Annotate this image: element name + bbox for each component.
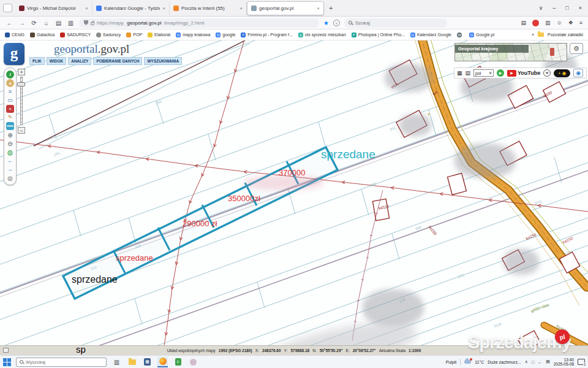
cadastral-map[interactable]: 291 293 310 319 368 278 271 369 3118 301… [0, 40, 588, 345]
sidebar-icon[interactable]: ▥ [545, 20, 551, 26]
clock[interactable]: 13:40 2025-05-08 [554, 358, 574, 367]
task-view-icon[interactable]: ▥ [111, 357, 122, 367]
url-bar[interactable]: https://mapy.geoportal.gov.pl/imap/Imgp_… [79, 18, 319, 28]
bookmark-photopea[interactable]: PPhotopea | Online Pho... [352, 33, 405, 37]
youtube-link[interactable]: ▶ YouTube [507, 70, 540, 77]
firefox-taskbar-icon[interactable] [157, 357, 168, 367]
locate-tool[interactable]: ◎ [6, 174, 14, 182]
spreadsheet-icon[interactable]: ≡ [173, 357, 183, 367]
minimize-button[interactable]: – [552, 5, 556, 11]
zoom-slider-plus[interactable]: + [18, 69, 25, 75]
list-tabs-icon[interactable]: ∨ [539, 5, 543, 11]
bookmark-wordpress[interactable]: W [457, 33, 464, 37]
bookmark-google[interactable]: Ggoogle [216, 33, 235, 37]
forward-button[interactable]: → [18, 20, 26, 26]
reload-button[interactable]: ⟳ [30, 20, 38, 26]
notification-center-icon[interactable]: 2 [578, 359, 585, 365]
tray-expand-icon[interactable]: ∧ [525, 359, 528, 364]
file-explorer-icon[interactable] [127, 357, 137, 367]
wcag-eye-button[interactable]: ◉ [573, 69, 583, 77]
accessibility-icon[interactable]: ▶ [497, 69, 504, 77]
temperature-label[interactable]: 11°C [475, 360, 484, 364]
bookmark-olx[interactable]: oolx sprzedz mieszkan [298, 33, 346, 37]
desktop-label[interactable]: Pulpit [446, 360, 457, 364]
full-extent-tool[interactable]: ◍ [6, 148, 14, 156]
tab-mail[interactable]: Poczta w Interii (55) × [170, 2, 247, 15]
firefox-view-icon[interactable] [3, 4, 12, 12]
zoom-slider[interactable]: + – [17, 69, 26, 134]
bookmark-mapy-krakowa[interactable]: Gmapy krakowa [176, 33, 210, 37]
menu-wyszukiwania[interactable]: WYSZUKIWANIA [144, 57, 182, 65]
account-icon[interactable]: ☺ [556, 20, 562, 26]
basemap-widget-icon[interactable]: ▤ [466, 70, 471, 76]
other-bookmarks-label[interactable]: Pozostałe zakładki [548, 33, 583, 37]
close-tab-icon[interactable]: × [162, 6, 165, 11]
shield-icon[interactable] [84, 20, 88, 25]
overview-minimap[interactable]: Geoportal krajowy [454, 43, 567, 61]
zoom-slider-handle[interactable] [17, 82, 25, 86]
bookmark-elaborat[interactable]: Elaborat [148, 33, 170, 37]
select-area-tool[interactable]: ▭ [6, 96, 14, 104]
previous-view-tool[interactable]: ← [6, 157, 14, 165]
adblock-icon[interactable] [532, 20, 539, 26]
menu-plik[interactable]: PLIK [29, 57, 45, 65]
bookmark-pop[interactable]: POP [126, 33, 142, 37]
clear-selection-tool[interactable]: × [6, 105, 14, 113]
bookmark-ceidg[interactable]: CEIdG [5, 33, 24, 37]
bookmark-firmino[interactable]: FFirmino.pl - Program f... [241, 33, 293, 37]
settings-gear-button[interactable]: ⚙ [570, 43, 583, 54]
bookmark-star-icon[interactable]: ★ [323, 20, 329, 26]
language-select[interactable]: pol∨ [473, 69, 494, 77]
close-tab-icon[interactable]: × [85, 6, 88, 11]
bookmark-sadurscy[interactable]: SADURSCY [60, 33, 91, 37]
close-tab-icon[interactable]: × [317, 6, 320, 11]
grid-widget-icon[interactable]: ▦ [457, 70, 462, 76]
zoom-out-tool[interactable]: ⊖ [6, 140, 14, 148]
calculator-icon[interactable]: ▦ [142, 357, 153, 367]
tab-geoportal-active[interactable]: geoportal.gov.pl × [247, 1, 324, 15]
bip-emblem-icon[interactable]: ❖ [543, 69, 551, 77]
bookmark-sadurscy2[interactable]: Sadurscy [96, 33, 121, 37]
taskbar-search-input[interactable] [26, 359, 93, 365]
print-icon[interactable]: ▤ [55, 20, 62, 26]
bookmark-kalendarz[interactable]: GKalendarz Google [410, 33, 451, 37]
draw-tool[interactable]: ✎ [6, 113, 14, 121]
volume-icon[interactable]: ← [538, 360, 542, 364]
close-window-button[interactable]: × [579, 5, 582, 11]
ink-app-icon[interactable] [188, 357, 198, 367]
library-icon[interactable]: ▤ [521, 20, 526, 26]
search-input[interactable] [355, 20, 428, 26]
start-button[interactable] [3, 358, 11, 366]
menu-analizy[interactable]: ANALIZY [68, 57, 91, 65]
bookmarks-overflow-icon[interactable]: » [532, 33, 534, 37]
geoportal-logo[interactable]: g [4, 43, 24, 65]
extensions-icon[interactable]: ❖ [568, 20, 573, 26]
restore-window-icon[interactable] [3, 348, 9, 353]
new-tab-button[interactable]: + [329, 4, 333, 12]
layers-tool[interactable]: ≡ [6, 88, 14, 96]
tray-app-icon[interactable]: □ [532, 360, 534, 364]
menu-widok[interactable]: WIDOK [47, 57, 66, 65]
network-icon[interactable]: ▤ [546, 359, 550, 364]
tab-calendar[interactable]: Kalendarz Google - Tydzień, w i × [92, 2, 170, 15]
zoom-slider-minus[interactable]: – [18, 127, 25, 134]
home-button[interactable]: ⌂ [42, 20, 50, 26]
tab-virgo[interactable]: Virgo - Michał Dzięcioł × [15, 2, 92, 15]
contrast-toggle[interactable]: +◉ [554, 69, 570, 77]
back-button[interactable]: ← [6, 20, 13, 26]
close-tab-icon[interactable]: × [239, 6, 243, 11]
taskbar-search[interactable] [16, 358, 107, 367]
bookmark-galactica[interactable]: Galactica [30, 33, 55, 37]
menu-icon[interactable]: ≡ [579, 20, 582, 26]
maximize-button[interactable]: □ [565, 5, 568, 11]
search-bar[interactable] [344, 18, 447, 28]
next-view-tool[interactable]: → [6, 166, 14, 174]
pocket-icon[interactable]: ∨ [333, 20, 340, 26]
zoom-in-tool[interactable]: ⊕ [6, 131, 14, 139]
measure-tool[interactable]: mm [6, 122, 14, 130]
screenshot-icon[interactable]: ▥ [67, 20, 75, 26]
info-tool[interactable]: i [6, 71, 14, 79]
bookmark-googlepl[interactable]: GGoogle.pl [469, 33, 494, 37]
attribution-tool[interactable]: ● [6, 79, 14, 87]
menu-pobieranie-danych[interactable]: POBIERANIE DANYCH [93, 57, 142, 65]
